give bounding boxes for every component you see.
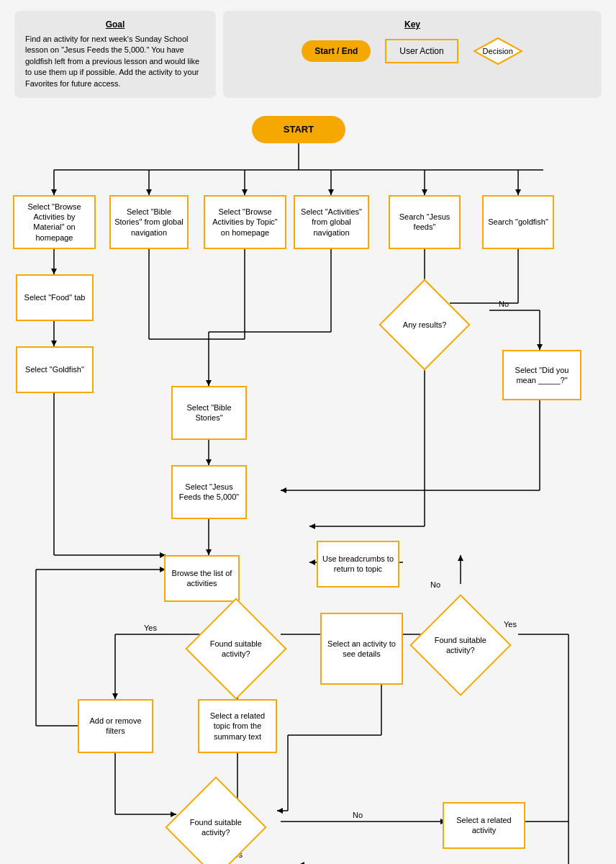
path2-node: Select "Bible Stories" from global navig… [109, 195, 189, 249]
add-remove-filters-node: Add or remove filters [78, 699, 153, 753]
did-you-mean-node: Select "Did you mean _____?" [502, 350, 581, 400]
path2-label: Select "Bible Stories" from global navig… [114, 207, 184, 238]
goal-text: Find an activity for next week's Sunday … [25, 34, 205, 89]
svg-marker-54 [112, 693, 118, 699]
start-node: START [252, 116, 345, 143]
use-breadcrumbs-label: Use breadcrumbs to return to topic [321, 554, 395, 575]
svg-marker-30 [206, 459, 212, 465]
key-items: Start / End User Action Decision [302, 37, 522, 66]
svg-marker-39 [537, 344, 543, 350]
svg-text:No: No [499, 300, 509, 308]
svg-marker-81 [277, 808, 283, 814]
goldfish-label: Select "Goldfish" [25, 364, 84, 374]
svg-marker-45 [281, 487, 286, 493]
page: Goal Find an activity for next week's Su… [0, 0, 616, 864]
path3-node: Select "Browse Activities by Topic" on h… [204, 195, 286, 249]
found-suitable3-node: Found suitable activity? [165, 776, 266, 864]
svg-marker-10 [328, 189, 334, 195]
path6-node: Search "goldfish" [482, 195, 554, 249]
key-decision-label: Decision [483, 47, 513, 55]
svg-marker-4 [51, 189, 57, 195]
svg-marker-63 [309, 559, 315, 565]
any-results-node: Any results? [379, 279, 470, 370]
svg-marker-23 [206, 380, 212, 386]
path1-node: Select "Browse Activities by Material" o… [13, 195, 96, 249]
path6-label: Search "goldfish" [488, 217, 548, 227]
select-activity-details-node: Select an activity to see details [320, 613, 403, 685]
key-decision-shape: Decision [473, 37, 523, 66]
svg-text:Yes: Yes [144, 624, 157, 632]
bible-stories-node: Select "Bible Stories" [171, 386, 247, 440]
svg-text:No: No [430, 580, 440, 589]
goal-title: Goal [25, 19, 205, 30]
path5-node: Search "Jesus feeds" [389, 195, 461, 249]
key-title: Key [404, 19, 420, 30]
found-suitable2-label: Found suitable activity? [426, 635, 495, 656]
svg-marker-32 [206, 549, 212, 555]
svg-marker-47 [309, 523, 315, 529]
select-related-activity-node: Select a related activity [443, 802, 525, 849]
select-related-activity-label: Select a related activity [447, 815, 521, 836]
food-tab-label: Select "Food" tab [24, 292, 86, 302]
goal-box: Goal Find an activity for next week's Su… [14, 11, 216, 98]
start-label: START [284, 124, 314, 135]
svg-text:Yes: Yes [504, 620, 517, 629]
found-suitable2-node: Found suitable activity? [409, 594, 511, 696]
flowchart: No Yes Yes No [0, 109, 616, 864]
found-suitable3-label: Found suitable activity? [181, 817, 250, 838]
bible-stories-label: Select "Bible Stories" [176, 402, 243, 423]
browse-list-label: Browse the list of activities [168, 568, 235, 589]
jesus-feeds-label: Select "Jesus Feeds the 5,000" [176, 482, 243, 503]
path5-label: Search "Jesus feeds" [393, 212, 456, 233]
goldfish-node: Select "Goldfish" [16, 346, 94, 393]
path4-node: Select "Activities" from global navigati… [294, 195, 369, 249]
svg-marker-66 [458, 555, 463, 561]
path1-label: Select "Browse Activities by Material" o… [17, 202, 91, 243]
select-activity-details-label: Select an activity to see details [325, 639, 399, 660]
jesus-feeds-node: Select "Jesus Feeds the 5,000" [171, 465, 247, 519]
select-related-topic-label: Select a related topic from the summary … [202, 711, 273, 742]
svg-marker-18 [51, 341, 57, 346]
any-results-label: Any results? [403, 320, 447, 330]
browse-list-node: Browse the list of activities [164, 555, 240, 602]
key-user-action-shape: User Action [385, 39, 458, 63]
key-box: Key Start / End User Action Decision [223, 11, 602, 98]
svg-marker-6 [146, 189, 152, 195]
header-area: Goal Find an activity for next week's Su… [0, 0, 616, 109]
path3-label: Select "Browse Activities by Topic" on h… [208, 207, 282, 238]
found-suitable1-label: Found suitable activity? [201, 639, 271, 660]
key-start-end-shape: Start / End [302, 40, 371, 62]
path4-label: Select "Activities" from global navigati… [298, 207, 365, 238]
svg-marker-8 [242, 189, 248, 195]
add-remove-filters-label: Add or remove filters [82, 716, 149, 737]
svg-marker-14 [515, 189, 521, 195]
svg-text:No: No [353, 811, 363, 819]
did-you-mean-label: Select "Did you mean _____?" [507, 365, 577, 386]
svg-marker-16 [51, 269, 57, 274]
food-tab-node: Select "Food" tab [16, 274, 94, 321]
use-breadcrumbs-node: Use breadcrumbs to return to topic [317, 541, 399, 588]
found-suitable1-node: Found suitable activity? [185, 598, 286, 699]
svg-marker-12 [422, 189, 427, 195]
select-related-topic-node: Select a related topic from the summary … [198, 699, 277, 753]
